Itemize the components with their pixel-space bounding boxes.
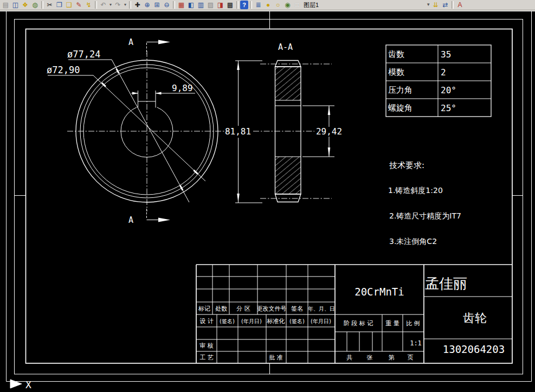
tb-label: 更改文件号: [257, 305, 287, 312]
tb-label: 比 例: [406, 320, 420, 327]
section-label-bottom: A: [128, 215, 133, 225]
tb-label: 重 量: [385, 320, 399, 327]
help-icon[interactable]: ?: [240, 1, 248, 9]
zoom-realtime-icon[interactable]: ⊕: [143, 1, 152, 9]
layer-freeze-icon[interactable]: ○: [273, 1, 282, 9]
leader-tip-diameter: [68, 60, 189, 202]
param-label: 压力角: [388, 85, 412, 95]
designer-name: 孟佳丽: [425, 275, 467, 292]
toolbar-separator: [236, 1, 239, 9]
scale-value: 1:1: [410, 339, 422, 347]
tb-label: (年月日): [311, 318, 331, 324]
tb-label: 第: [389, 354, 395, 361]
hyperlink-icon[interactable]: ◍: [30, 1, 40, 9]
layer-dropdown-arrow[interactable]: ▼: [426, 1, 430, 9]
copy-icon[interactable]: ❐: [55, 1, 64, 9]
technical-requirements: 技术要求: 1.铸造斜度1:20 2.铸造尺寸精度为IT7 3.未注倒角C2: [388, 160, 461, 246]
title-block: 标记 处数 分 区 更改文件号 签名 年、月、日 设 计 (签名) (年月日) …: [196, 265, 512, 363]
markup-icon[interactable]: ◨: [216, 1, 225, 9]
tb-label: 年、月、日: [308, 306, 335, 312]
zoom-window-icon[interactable]: ⊞: [152, 1, 162, 9]
param-value: 2: [441, 67, 446, 78]
tb-label: 标准化: [267, 318, 285, 325]
ucs-x-axis-label: X: [25, 379, 31, 390]
print-preview-icon[interactable]: ◫: [11, 1, 20, 9]
param-label: 模数: [388, 67, 404, 77]
properties-icon[interactable]: ▦: [177, 1, 186, 9]
tb-label: (签名): [289, 318, 305, 324]
layer-dropdown[interactable]: 图层1: [304, 1, 319, 9]
zoom-previous-icon[interactable]: ⊖: [162, 1, 171, 9]
gear-front-view: ø77,24 ø72,90 9,89 A A: [47, 37, 228, 225]
standard-toolbar: ▤ ◫ ❖ ◍ ✂ ❐ ❑ ✎ ↯ ↶ ▾ ↷ ▾ ✚ ⊕ ⊞ ⊖ ▦ ◧ ▥ …: [0, 0, 535, 10]
tb-label: 处数: [215, 305, 227, 312]
height-dimension: 81,81: [225, 61, 262, 203]
tb-label: (年月日): [241, 318, 262, 324]
param-label: 齿数: [388, 49, 404, 59]
sheetset-icon[interactable]: ▨: [206, 1, 215, 9]
ucs-icon: X: [10, 379, 31, 390]
layer-color-swatch[interactable]: □: [293, 1, 302, 9]
model-space-canvas[interactable]: ø77,24 ø72,90 9,89 A A A-A: [0, 0, 535, 392]
plot-icon[interactable]: ▤: [1, 1, 10, 9]
tb-label: 工 艺: [199, 354, 214, 361]
toolbar-separator: [173, 1, 175, 9]
tb-label: 共: [346, 354, 353, 361]
param-label: 螺旋角: [388, 103, 412, 113]
toolbar-separator: [41, 1, 43, 9]
dim-bore-diameter: 29,42: [316, 126, 342, 137]
gear-parameter-table: 齿数 35 模数 2 压力角 20° 螺旋角 25°: [386, 45, 491, 117]
toolbar-separator: [250, 1, 252, 9]
redo-icon[interactable]: ↷: [113, 1, 123, 9]
tb-label: 阶 段 标 记: [344, 320, 373, 327]
dim-tip-diameter: ø77,24: [67, 49, 100, 60]
tb-label: 页: [408, 354, 414, 361]
viewport-border: [7, 11, 532, 382]
publish-icon[interactable]: ❖: [21, 1, 30, 9]
matchprop-icon[interactable]: ✎: [74, 1, 83, 9]
section-label-top: A: [128, 37, 133, 47]
dim-keyway-width: 9,89: [172, 83, 193, 93]
tb-label: 审 核: [199, 342, 214, 349]
dim-outer-height: 81,81: [225, 126, 251, 137]
cut-icon[interactable]: ✂: [45, 1, 54, 9]
toolbar-separator: [452, 1, 454, 9]
toolbar-separator: [129, 1, 131, 9]
tb-label: 设 计: [199, 318, 214, 325]
block-editor-icon[interactable]: ↯: [84, 1, 93, 9]
qcalc-icon[interactable]: ▩: [225, 1, 235, 9]
tb-label: 张: [367, 354, 373, 361]
tb-label: (签名): [220, 318, 235, 324]
dim-root-diameter: ø72,90: [47, 65, 80, 75]
toolbar-separator: [95, 1, 97, 9]
paste-icon[interactable]: ❑: [65, 1, 74, 9]
material-spec: 20CrMnTi: [354, 286, 404, 298]
param-value: 20°: [441, 85, 456, 95]
redo-dropdown-icon[interactable]: ▾: [123, 1, 127, 9]
part-name: 齿轮: [463, 311, 487, 325]
tech-req-item: 3.未注倒角C2: [389, 237, 437, 246]
layer-manager-icon[interactable]: ≣: [254, 1, 263, 9]
layer-previous-icon[interactable]: ⇄: [441, 1, 450, 9]
tb-label: 标记: [198, 305, 210, 312]
tech-req-item: 2.铸造尺寸精度为IT7: [389, 211, 461, 220]
layer-states-icon[interactable]: ⇊: [431, 1, 440, 9]
section-view-title: A-A: [278, 42, 293, 52]
undo-icon[interactable]: ↶: [99, 1, 108, 9]
layer-lock-icon[interactable]: ◉: [283, 1, 292, 9]
layer-on-icon[interactable]: ●: [263, 1, 273, 9]
drawing-number: 1302064203: [443, 343, 505, 355]
undo-dropdown-icon[interactable]: ▾: [108, 1, 113, 9]
tech-req-item: 1.铸造斜度1:20: [388, 186, 443, 195]
text-style-icon[interactable]: A: [455, 1, 465, 9]
toolpalettes-icon[interactable]: ▥: [196, 1, 205, 9]
section-marker-top: [147, 40, 171, 55]
param-value: 25°: [441, 103, 456, 113]
tb-label: 签名: [291, 305, 303, 312]
toolbar-bevel: [0, 10, 535, 11]
cad-application-window: ▤ ◫ ❖ ◍ ✂ ❐ ❑ ✎ ↯ ↶ ▾ ↷ ▾ ✚ ⊕ ⊞ ⊖ ▦ ◧ ▥ …: [0, 0, 535, 392]
section-marker-bottom: [147, 209, 171, 222]
pan-icon[interactable]: ✚: [133, 1, 142, 9]
designcenter-icon[interactable]: ◧: [186, 1, 196, 9]
param-value: 35: [441, 49, 451, 60]
